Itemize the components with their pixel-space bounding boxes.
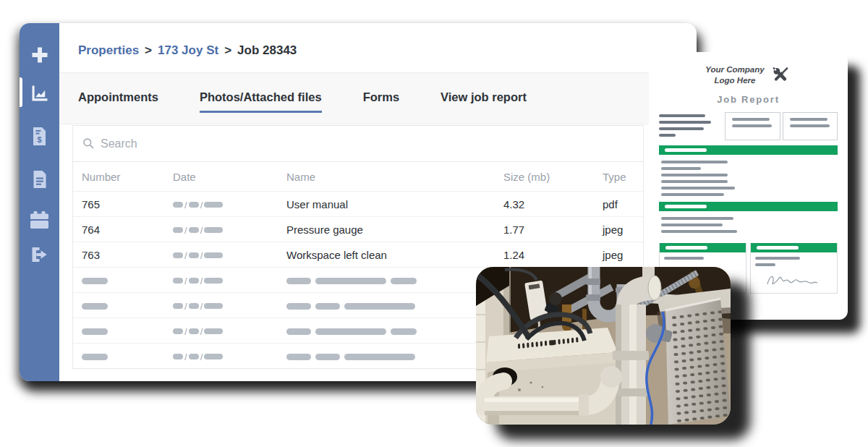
cell-date-redacted: // [173, 197, 286, 210]
redacted-text-pill [204, 303, 223, 309]
cell-number-redacted [82, 325, 173, 337]
breadcrumb-separator: > [224, 43, 231, 57]
redacted-line [661, 224, 723, 226]
cell-type: jpeg [603, 224, 643, 236]
report-section-header [659, 202, 838, 211]
redacted-section-title [665, 148, 707, 152]
cell-number: 764 [82, 224, 173, 236]
date-slash: / [184, 301, 187, 312]
redacted-text-pill [391, 278, 417, 284]
redacted-section-lines [659, 211, 838, 239]
crossed-tools-icon [770, 64, 791, 85]
calendar-icon[interactable] [20, 211, 59, 229]
redacted-text-pill [391, 328, 417, 335]
sign-out-icon[interactable] [20, 246, 59, 263]
date-slash: / [184, 250, 187, 261]
invoice-icon[interactable]: $ [20, 127, 59, 146]
search-icon [82, 137, 95, 150]
plus-icon[interactable] [20, 44, 59, 66]
search-input[interactable] [101, 137, 390, 150]
redacted-line [755, 263, 775, 266]
breadcrumb: Properties>173 Joy St>Job 28343 [59, 23, 697, 72]
attached-job-photo[interactable] [476, 267, 731, 425]
cell-type: jpeg [603, 249, 643, 261]
redacted-text-pill [204, 227, 223, 233]
date-slash: / [184, 276, 187, 286]
sidebar: $ [20, 23, 59, 381]
breadcrumb-separator: > [145, 43, 152, 57]
redacted-text-pill [204, 202, 223, 208]
redacted-text-pill [286, 354, 311, 360]
redacted-line [755, 257, 800, 260]
redacted-text-pill [189, 252, 199, 258]
redacted-text-pill [173, 202, 183, 208]
redacted-signature-title [665, 246, 707, 250]
cell-name: Pressure gauge [286, 224, 503, 236]
cell-size: 1.24 [503, 249, 603, 261]
tab-view-job-report[interactable]: View job report [441, 90, 527, 113]
cell-size: 1.77 [503, 224, 603, 236]
table-row[interactable]: 763//Workspace left clean1.24jpeg [73, 242, 643, 267]
redacted-text-pill [344, 303, 415, 310]
redacted-signature-title [757, 246, 799, 250]
cell-number-redacted [82, 299, 173, 312]
table-row[interactable]: 765//User manual4.32pdf [73, 191, 643, 216]
redacted-text-pill [189, 303, 199, 309]
table-header: Number Date Name Size (mb) Type [73, 162, 643, 191]
redacted-text-pill [315, 278, 386, 284]
redacted-text-pill [286, 303, 311, 310]
redacted-info-box [725, 112, 780, 140]
cell-size: 4.32 [503, 198, 603, 210]
tab-photos-attached-files[interactable]: Photos/Attached files [200, 90, 322, 113]
cell-type: pdf [603, 198, 643, 210]
redacted-text-pill [189, 328, 199, 334]
redacted-line [661, 174, 728, 176]
redacted-text-pill [173, 328, 183, 334]
tab-forms[interactable]: Forms [363, 90, 399, 113]
document-icon[interactable] [20, 170, 59, 189]
signature-header [660, 243, 746, 252]
redacted-line [659, 127, 704, 130]
redacted-text-pill [315, 303, 340, 310]
date-slash: / [200, 352, 203, 362]
redacted-text-pill [189, 227, 199, 233]
date-slash: / [184, 200, 187, 210]
report-title: Job Report [659, 94, 838, 105]
column-header-number: Number [82, 171, 173, 183]
company-logo-text: Your Company Logo Here [705, 64, 764, 86]
redacted-text-pill [173, 252, 183, 258]
redacted-text-pill [82, 278, 108, 284]
redacted-signature-lines [660, 252, 746, 268]
signature-column [750, 243, 838, 294]
cell-date-redacted: // [173, 223, 286, 236]
redacted-text-pill [315, 328, 386, 335]
report-header-block [659, 112, 838, 140]
redacted-line [790, 124, 830, 127]
redacted-text-pill [204, 278, 223, 284]
tab-appointments[interactable]: Appointments [78, 90, 158, 113]
breadcrumb-link-properties[interactable]: Properties [78, 43, 139, 57]
redacted-line [661, 167, 701, 170]
redacted-text-pill [82, 303, 108, 310]
area-chart-icon[interactable] [20, 83, 59, 103]
breadcrumb-link-property-address[interactable]: 173 Joy St [158, 43, 218, 57]
redacted-text-pill [204, 354, 223, 359]
signature-squiggle [763, 270, 825, 289]
date-slash: / [184, 326, 187, 337]
redacted-line [661, 230, 737, 233]
report-section-header [659, 145, 838, 155]
redacted-text-pill [286, 278, 311, 284]
table-row[interactable]: 764//Pressure gauge1.77jpeg [73, 216, 643, 242]
signature-header [751, 243, 837, 252]
tab-bar: Appointments Photos/Attached files Forms… [59, 72, 697, 124]
cell-date-redacted: // [173, 273, 286, 286]
column-header-type: Type [603, 171, 643, 183]
redacted-text-pill [344, 354, 415, 360]
redacted-line [790, 118, 827, 121]
redacted-text-pill [286, 328, 311, 335]
redacted-signature-lines [751, 252, 837, 268]
redacted-text-pill [173, 303, 183, 309]
redacted-line [732, 124, 772, 127]
cell-number: 765 [82, 198, 173, 210]
svg-text:$: $ [37, 135, 41, 144]
